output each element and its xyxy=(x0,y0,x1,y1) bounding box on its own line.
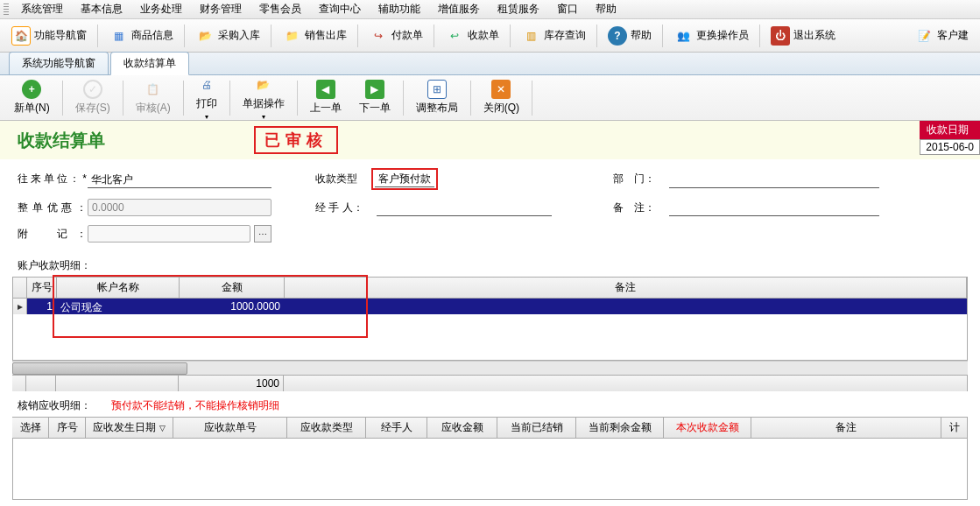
unit-field[interactable]: 华北客户 xyxy=(88,171,271,188)
col-amount[interactable]: 金额 xyxy=(180,278,285,298)
tb-purchase-label: 采购入库 xyxy=(218,28,260,43)
writeoff-label: 核销应收明细： xyxy=(18,399,91,411)
close-icon: ✕ xyxy=(491,80,511,99)
g2-remaining[interactable]: 当前剩余金额 xyxy=(576,418,664,438)
folder-in-icon: 📂 xyxy=(195,26,215,46)
check-icon: ✓ xyxy=(83,80,102,99)
rb-save: ✓保存(S) xyxy=(67,78,119,117)
attach-label: 附 记： xyxy=(18,227,88,242)
attach-picker-button[interactable]: ⋯ xyxy=(254,225,271,242)
power-icon: ⏻ xyxy=(771,26,790,46)
menu-system[interactable]: 系统管理 xyxy=(12,0,72,18)
g2-type[interactable]: 应收款类型 xyxy=(287,418,366,438)
g2-ar-amount[interactable]: 应收金额 xyxy=(427,418,497,438)
rb-audit: 📋审核(A) xyxy=(127,78,180,117)
tb-exit[interactable]: ⏻退出系统 xyxy=(763,22,843,50)
g2-settled[interactable]: 当前已结销 xyxy=(497,418,576,438)
scrollbar-thumb[interactable] xyxy=(12,362,187,375)
menu-window[interactable]: 窗口 xyxy=(548,0,587,18)
menu-help[interactable]: 帮助 xyxy=(587,0,625,18)
table-row[interactable]: ▸ 1 公司现金 1000.0000 xyxy=(13,299,967,314)
type-field[interactable]: 客户预付款 xyxy=(375,171,434,187)
boxes-icon: ▥ xyxy=(521,26,540,46)
pay-icon: ↪ xyxy=(369,26,388,46)
doc-header: 收款结算单 已审核 收款日期 2015-06-0 xyxy=(0,121,980,159)
rb-layout[interactable]: ⊞调整布局 xyxy=(407,78,467,117)
tb-stock[interactable]: ▥库存查询 xyxy=(513,22,594,50)
doc-title: 收款结算单 xyxy=(18,129,105,152)
tb-switch-label: 更换操作员 xyxy=(696,28,749,43)
rb-prev[interactable]: ◀上一单 xyxy=(301,78,350,117)
tb-help[interactable]: ?帮助 xyxy=(600,22,659,50)
tb-purchase[interactable]: 📂采购入库 xyxy=(187,22,268,50)
tb-receive-label: 收款单 xyxy=(468,28,499,43)
handler-field[interactable] xyxy=(377,199,552,216)
tb-nav[interactable]: 🏠功能导航窗 xyxy=(4,22,95,50)
plus-icon: + xyxy=(22,80,41,99)
tab-nav[interactable]: 系统功能导航窗 xyxy=(9,52,109,74)
tb-sale-label: 销售出库 xyxy=(305,28,347,43)
tab-receipt[interactable]: 收款结算单 xyxy=(110,52,189,75)
tb-product-label: 商品信息 xyxy=(131,28,173,43)
tb-stock-label: 库存查询 xyxy=(544,28,586,43)
writeoff-note: 预付款不能结销，不能操作核销明细 xyxy=(111,399,279,411)
writeoff-grid-head: 选择 序号 应收发生日期 ▽ 应收款单号 应收款类型 经手人 应收金额 当前已结… xyxy=(12,417,968,439)
tb-customer-label: 客户建 xyxy=(937,28,969,43)
footer-amount: 1000 xyxy=(179,376,284,391)
dropdown-icon: ▾ xyxy=(262,113,265,121)
prev-icon: ◀ xyxy=(316,80,335,99)
menu-retail[interactable]: 零售会员 xyxy=(250,0,310,18)
g2-remark[interactable]: 备注 xyxy=(751,418,941,438)
g2-select[interactable]: 选择 xyxy=(12,418,49,438)
tb-customer[interactable]: 📝客户建 xyxy=(906,22,976,50)
next-icon: ▶ xyxy=(365,80,384,99)
g2-this-amount[interactable]: 本次收款金额 xyxy=(664,418,751,438)
row-indicator[interactable]: ▸ xyxy=(13,299,27,314)
help-icon: ? xyxy=(608,26,627,46)
edit-icon: 📝 xyxy=(914,26,934,46)
menu-query[interactable]: 查询中心 xyxy=(310,0,370,18)
tb-switch-user[interactable]: 👥更换操作员 xyxy=(666,22,757,50)
col-remark[interactable]: 备注 xyxy=(285,278,967,298)
rb-close[interactable]: ✕关闭(Q) xyxy=(475,78,528,117)
remark-label: 备 注： xyxy=(613,200,669,215)
rb-doc-ops[interactable]: 📂单据操作▾ xyxy=(234,74,293,123)
date-value: 2015-06-0 xyxy=(920,139,980,155)
g2-date[interactable]: 应收发生日期 ▽ xyxy=(86,418,173,438)
tb-receive[interactable]: ↩收款单 xyxy=(437,22,507,50)
g2-seq[interactable]: 序号 xyxy=(49,418,86,438)
rb-new[interactable]: +新单(N) xyxy=(5,78,59,117)
unit-label: 往来单位：* xyxy=(18,172,88,186)
col-acct[interactable]: 帐户名称 xyxy=(57,278,180,298)
tb-pay[interactable]: ↪付款单 xyxy=(361,22,431,50)
dept-label: 部 门： xyxy=(613,172,669,186)
sort-icon: ▽ xyxy=(159,424,166,432)
tb-nav-label: 功能导航窗 xyxy=(34,28,87,43)
g2-handler[interactable]: 经手人 xyxy=(366,418,427,438)
handler-label: 经 手 人： xyxy=(315,200,377,215)
g2-calc[interactable]: 计 xyxy=(941,418,968,438)
menu-basic[interactable]: 基本信息 xyxy=(72,0,131,18)
remark-field[interactable] xyxy=(669,199,879,216)
menu-value[interactable]: 增值服务 xyxy=(429,0,489,18)
layout-icon: ⊞ xyxy=(427,80,447,99)
dept-field[interactable] xyxy=(669,171,879,188)
doc-ops-icon: 📂 xyxy=(254,75,273,95)
menu-rental[interactable]: 租赁服务 xyxy=(489,0,548,18)
tb-product[interactable]: ▦商品信息 xyxy=(101,22,181,50)
users-icon: 👥 xyxy=(673,26,693,46)
col-seq[interactable]: 序号 xyxy=(27,278,57,298)
attach-field[interactable] xyxy=(88,225,250,242)
date-badge: 收款日期 2015-06-0 xyxy=(920,121,980,155)
menu-finance[interactable]: 财务管理 xyxy=(191,0,250,18)
rb-print[interactable]: 🖨打印▾ xyxy=(187,74,226,123)
grid1-scrollbar[interactable] xyxy=(12,361,968,375)
menu-aux[interactable]: 辅助功能 xyxy=(370,0,429,18)
grid1-footer: 1000 xyxy=(12,375,968,391)
menu-business[interactable]: 业务处理 xyxy=(131,0,191,18)
tb-sale[interactable]: 📁销售出库 xyxy=(274,22,355,50)
writeoff-grid-body xyxy=(12,439,968,500)
rb-next[interactable]: ▶下一单 xyxy=(350,78,399,117)
g2-docno[interactable]: 应收款单号 xyxy=(173,418,287,438)
audit-stamp: 已审核 xyxy=(254,126,338,154)
